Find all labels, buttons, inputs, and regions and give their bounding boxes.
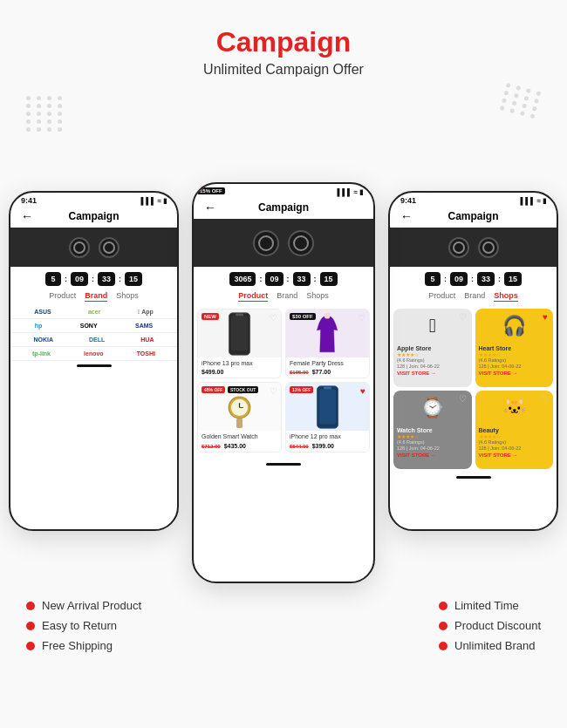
phone-center: 9:41 ▌▌▌ ≈ ▮ ← Campaign 3065 : 09 : 33 :… [192, 182, 375, 583]
store-info-apple: Apple Store ★★★★☆ (4.6 Ratings) 128 | Jo… [393, 344, 472, 378]
store-meta-heart: (4.6 Ratings) [479, 357, 550, 364]
svg-rect-1 [231, 316, 248, 350]
heart-1[interactable]: ♡ [270, 313, 277, 323]
store-name-apple: Apple Store [397, 345, 468, 351]
product-card-iphone12: 11% OFF ♥ iPhone 12 pro max $544.00 $399… [285, 382, 370, 452]
store-card-watch: ♡ ⌚ Watch Store ★★★★☆ (4.6 Ratings) 128 … [393, 391, 472, 469]
phone-left: 9:41 ▌▌▌ ≈ ▮ ← Campaign 5 : 09 : 33 : 15 [9, 191, 179, 531]
status-bar-right: 9:41 ▌▌▌ ≈ ▮ [390, 193, 557, 208]
tabs-left: Product Brand Shops [10, 289, 177, 305]
store-visit-apple[interactable]: VISIT STORE → [397, 371, 468, 376]
store-stars-apple: ★★★★☆ [397, 351, 468, 357]
brand-row-3: NOKIA DELL HUA [10, 333, 177, 347]
store-fav-beauty[interactable]: ♡ [540, 394, 548, 404]
camera-right-1 [448, 237, 469, 258]
tab-shops-right[interactable]: Shops [494, 291, 518, 302]
tab-shops-center[interactable]: Shops [306, 291, 329, 302]
svg-rect-12 [324, 387, 331, 390]
store-info-watch: Watch Store ★★★★☆ (4.6 Ratings) 128 | Jo… [393, 425, 472, 459]
brand-asus: ASUS [34, 309, 51, 315]
phone-title-right: Campaign [447, 210, 498, 222]
svg-point-3 [324, 312, 331, 318]
countdown-right: 5 : 09 : 33 : 15 [390, 267, 557, 289]
heart-4[interactable]: ♥ [360, 386, 365, 396]
phone-header-right: ← Campaign [390, 208, 557, 228]
camera-left-1 [69, 237, 90, 258]
store-meta-apple: (4.6 Ratings) [397, 357, 468, 364]
heart-2[interactable]: ♡ [358, 313, 365, 323]
banner-left [10, 228, 177, 267]
stores-grid: ♡  Apple Store ★★★★☆ (4.6 Ratings) 128 … [390, 305, 557, 473]
store-meta-watch: (4.6 Ratings) [397, 439, 468, 446]
store-info-heart: Heart Store ★★★★☆ (4.6 Ratings) 128 | Jo… [475, 344, 554, 378]
bullet-3 [26, 642, 35, 650]
countdown-box-4c: 15 [320, 272, 338, 286]
brand-acer: acer [88, 309, 100, 315]
store-visit-beauty[interactable]: VISIT STORE → [479, 452, 550, 458]
product-name-watch: Golden Smart Watch [202, 433, 277, 440]
feature-easy-return: Easy to Return [26, 619, 141, 632]
tab-product-right[interactable]: Product [428, 291, 455, 302]
brand-huawei: HUA [140, 337, 154, 343]
tab-brand-left[interactable]: Brand [85, 291, 107, 302]
battery-icon-c: ▮ [359, 188, 363, 196]
phone-indicator-left [10, 361, 177, 369]
svg-rect-11 [319, 389, 336, 424]
feature-label-limited-time: Limited Time [454, 599, 519, 612]
brand-lenovo: lenovo [84, 350, 104, 357]
store-fav-apple[interactable]: ♡ [459, 312, 467, 322]
back-button-center[interactable]: ← [204, 201, 216, 214]
store-join-beauty: 128 | Join: 04-06-22 [479, 446, 550, 452]
feature-label-unlimited-brand: Unlimited Brand [454, 639, 536, 652]
feature-unlimited-brand: Unlimited Brand [439, 639, 541, 652]
brand-samsung: SAMS [135, 323, 153, 329]
countdown-box-3c: 33 [293, 272, 311, 286]
store-stars-heart: ★★★★☆ [479, 351, 550, 357]
store-stars-watch: ★★★★☆ [397, 433, 468, 439]
back-button-left[interactable]: ← [21, 209, 33, 223]
bullet-6 [439, 642, 447, 650]
features-col-left: New Arrival Product Easy to Return Free … [26, 599, 141, 652]
product-info-iphone12: iPhone 12 pro max $544.00 $399.00 [286, 431, 369, 451]
battery-icon-r: ▮ [543, 197, 546, 205]
countdown-box-1c: 3065 [229, 272, 256, 286]
store-name-heart: Heart Store [479, 345, 550, 351]
page-header: Campaign Unlimited Campaign Offer [0, 0, 567, 86]
feature-label-new-arrival: New Arrival Product [42, 599, 141, 612]
product-old-price-dress: $105.00 [290, 370, 309, 375]
phones-showcase: 9:41 ▌▌▌ ≈ ▮ ← Campaign 5 : 09 : 33 : 15 [0, 104, 567, 583]
phone-header-center: ← Campaign [194, 200, 373, 219]
store-fav-heart[interactable]: ♥ [543, 312, 548, 322]
status-icons-center: ▌▌▌ ≈ ▮ [338, 188, 363, 196]
store-visit-watch[interactable]: VISIT STORE → [397, 452, 468, 458]
store-card-apple: ♡  Apple Store ★★★★☆ (4.6 Ratings) 128 … [393, 309, 472, 387]
product-card-iphone13: NEW ♡ iPhone 13 pro max $499.00 [197, 309, 282, 378]
store-visit-heart[interactable]: VISIT STORE → [479, 371, 550, 376]
store-info-beauty: Beauty ★★★★☆ (4.6 Ratings) 128 | Join: 0… [475, 425, 554, 459]
back-button-right[interactable]: ← [400, 209, 413, 223]
store-meta-beauty: (4.6 Ratings) [479, 439, 550, 446]
feature-limited-time: Limited Time [439, 599, 541, 612]
badge-new-1: NEW [202, 313, 219, 320]
store-fav-watch[interactable]: ♡ [459, 394, 467, 404]
svg-rect-2 [236, 313, 243, 316]
page-title: Campaign [0, 26, 567, 58]
tab-product-center[interactable]: Product [238, 291, 268, 302]
signal-icon-c: ▌▌▌ [338, 188, 352, 196]
countdown-box-3r: 33 [477, 272, 495, 286]
heart-3[interactable]: ♡ [270, 386, 277, 396]
wifi-icon-c: ≈ [354, 188, 358, 196]
product-old-price-watch: $712.00 [202, 444, 221, 449]
product-card-dress: $30 OFF ♡ Female Party Dress $105.00 $77… [285, 309, 370, 378]
tab-shops-left[interactable]: Shops [116, 291, 139, 302]
banner-right [390, 228, 557, 267]
product-card-watch: 45% OFF STOCK OUT ♡ Golden Smart Watch [197, 382, 282, 452]
phone-header-left: ← Campaign [10, 208, 177, 228]
tab-product-left[interactable]: Product [49, 291, 76, 302]
badge-watch-1: 45% OFF [202, 386, 225, 393]
tab-brand-center[interactable]: Brand [277, 291, 297, 302]
tab-brand-right[interactable]: Brand [464, 291, 485, 302]
countdown-box-4r: 15 [504, 272, 522, 286]
phone-indicator-center [194, 459, 373, 467]
features-area: New Arrival Product Easy to Return Free … [0, 583, 567, 670]
